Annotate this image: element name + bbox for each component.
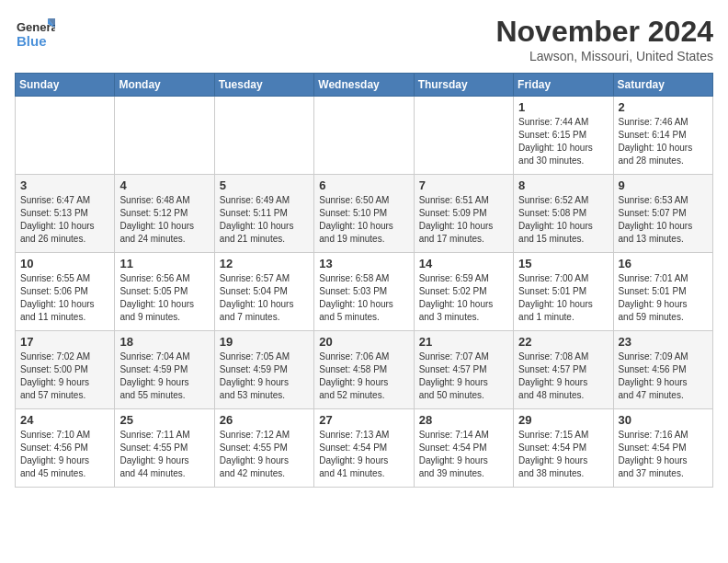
day-info: Sunrise: 6:51 AM Sunset: 5:09 PM Dayligh…: [419, 194, 508, 246]
day-number: 5: [220, 178, 309, 192]
calendar-cell: 25Sunrise: 7:11 AM Sunset: 4:55 PM Dayli…: [115, 409, 214, 488]
col-header-sunday: Sunday: [16, 74, 115, 97]
svg-text:Blue: Blue: [17, 33, 47, 49]
day-info: Sunrise: 7:09 AM Sunset: 4:56 PM Dayligh…: [619, 350, 708, 402]
calendar-cell: 19Sunrise: 7:05 AM Sunset: 4:59 PM Dayli…: [214, 331, 313, 409]
calendar-cell: [414, 97, 513, 175]
calendar-cell: 6Sunrise: 6:50 AM Sunset: 5:10 PM Daylig…: [314, 175, 414, 253]
calendar-week-1: 1Sunrise: 7:44 AM Sunset: 6:15 PM Daylig…: [16, 97, 713, 175]
day-info: Sunrise: 7:13 AM Sunset: 4:54 PM Dayligh…: [319, 429, 408, 480]
calendar-cell: 12Sunrise: 6:57 AM Sunset: 5:04 PM Dayli…: [214, 253, 313, 331]
calendar-cell: 9Sunrise: 6:53 AM Sunset: 5:07 PM Daylig…: [613, 175, 712, 253]
calendar-cell: 27Sunrise: 7:13 AM Sunset: 4:54 PM Dayli…: [314, 409, 414, 488]
col-header-thursday: Thursday: [414, 74, 513, 97]
day-number: 7: [419, 178, 508, 192]
logo-svg: General Blue: [15, 15, 55, 55]
day-number: 28: [419, 413, 508, 427]
day-number: 13: [319, 257, 408, 270]
day-number: 3: [20, 178, 109, 192]
calendar-header-row: SundayMondayTuesdayWednesdayThursdayFrid…: [16, 74, 713, 97]
calendar-cell: 28Sunrise: 7:14 AM Sunset: 4:54 PM Dayli…: [414, 409, 513, 488]
day-info: Sunrise: 7:12 AM Sunset: 4:55 PM Dayligh…: [220, 429, 309, 480]
day-number: 15: [518, 257, 608, 270]
calendar-cell: 2Sunrise: 7:46 AM Sunset: 6:14 PM Daylig…: [613, 97, 712, 175]
page-header: General Blue November 2024 Lawson, Misso…: [15, 15, 713, 63]
calendar-cell: 17Sunrise: 7:02 AM Sunset: 5:00 PM Dayli…: [16, 331, 115, 409]
calendar-cell: 11Sunrise: 6:56 AM Sunset: 5:05 PM Dayli…: [115, 253, 214, 331]
day-info: Sunrise: 6:49 AM Sunset: 5:11 PM Dayligh…: [220, 194, 309, 246]
col-header-saturday: Saturday: [613, 74, 712, 97]
day-number: 19: [220, 335, 309, 349]
day-info: Sunrise: 7:15 AM Sunset: 4:54 PM Dayligh…: [518, 429, 608, 480]
day-number: 26: [220, 413, 309, 427]
calendar-cell: 22Sunrise: 7:08 AM Sunset: 4:57 PM Dayli…: [514, 331, 613, 409]
calendar-cell: [16, 97, 115, 175]
day-info: Sunrise: 7:04 AM Sunset: 4:59 PM Dayligh…: [119, 350, 209, 402]
calendar-cell: 8Sunrise: 6:52 AM Sunset: 5:08 PM Daylig…: [514, 175, 613, 253]
day-number: 14: [419, 257, 508, 270]
day-number: 22: [518, 335, 608, 349]
day-info: Sunrise: 6:52 AM Sunset: 5:08 PM Dayligh…: [518, 194, 608, 246]
day-number: 1: [518, 100, 608, 114]
day-info: Sunrise: 7:11 AM Sunset: 4:55 PM Dayligh…: [119, 429, 209, 480]
day-info: Sunrise: 6:58 AM Sunset: 5:03 PM Dayligh…: [319, 272, 408, 324]
day-number: 12: [220, 257, 309, 270]
calendar-cell: 1Sunrise: 7:44 AM Sunset: 6:15 PM Daylig…: [514, 97, 613, 175]
calendar-week-5: 24Sunrise: 7:10 AM Sunset: 4:56 PM Dayli…: [16, 409, 713, 488]
day-number: 24: [20, 413, 109, 427]
day-number: 23: [619, 335, 708, 349]
day-info: Sunrise: 7:01 AM Sunset: 5:01 PM Dayligh…: [619, 272, 708, 324]
calendar-cell: 23Sunrise: 7:09 AM Sunset: 4:56 PM Dayli…: [613, 331, 712, 409]
calendar-week-2: 3Sunrise: 6:47 AM Sunset: 5:13 PM Daylig…: [16, 175, 713, 253]
day-info: Sunrise: 6:50 AM Sunset: 5:10 PM Dayligh…: [319, 194, 408, 246]
calendar-cell: 7Sunrise: 6:51 AM Sunset: 5:09 PM Daylig…: [414, 175, 513, 253]
calendar-cell: 18Sunrise: 7:04 AM Sunset: 4:59 PM Dayli…: [115, 331, 214, 409]
col-header-monday: Monday: [115, 74, 214, 97]
day-number: 11: [119, 257, 209, 270]
calendar-cell: 5Sunrise: 6:49 AM Sunset: 5:11 PM Daylig…: [214, 175, 313, 253]
calendar-cell: 21Sunrise: 7:07 AM Sunset: 4:57 PM Dayli…: [414, 331, 513, 409]
calendar-cell: [115, 97, 214, 175]
day-info: Sunrise: 6:55 AM Sunset: 5:06 PM Dayligh…: [20, 272, 109, 324]
day-info: Sunrise: 6:47 AM Sunset: 5:13 PM Dayligh…: [20, 194, 109, 246]
calendar-cell: 16Sunrise: 7:01 AM Sunset: 5:01 PM Dayli…: [613, 253, 712, 331]
day-info: Sunrise: 7:10 AM Sunset: 4:56 PM Dayligh…: [20, 429, 109, 480]
calendar-week-3: 10Sunrise: 6:55 AM Sunset: 5:06 PM Dayli…: [16, 253, 713, 331]
day-number: 21: [419, 335, 508, 349]
day-info: Sunrise: 7:05 AM Sunset: 4:59 PM Dayligh…: [220, 350, 309, 402]
month-title: November 2024: [495, 15, 713, 49]
calendar-cell: 15Sunrise: 7:00 AM Sunset: 5:01 PM Dayli…: [514, 253, 613, 331]
day-info: Sunrise: 6:59 AM Sunset: 5:02 PM Dayligh…: [419, 272, 508, 324]
day-info: Sunrise: 6:57 AM Sunset: 5:04 PM Dayligh…: [220, 272, 309, 324]
calendar-cell: 24Sunrise: 7:10 AM Sunset: 4:56 PM Dayli…: [16, 409, 115, 488]
title-block: November 2024 Lawson, Missouri, United S…: [495, 15, 713, 63]
calendar-cell: [314, 97, 414, 175]
day-number: 17: [20, 335, 109, 349]
day-number: 29: [518, 413, 608, 427]
calendar-week-4: 17Sunrise: 7:02 AM Sunset: 5:00 PM Dayli…: [16, 331, 713, 409]
day-number: 20: [319, 335, 408, 349]
day-number: 16: [619, 257, 708, 270]
day-number: 2: [619, 100, 708, 114]
day-info: Sunrise: 7:16 AM Sunset: 4:54 PM Dayligh…: [619, 429, 708, 480]
day-info: Sunrise: 7:46 AM Sunset: 6:14 PM Dayligh…: [619, 116, 708, 167]
day-number: 27: [319, 413, 408, 427]
day-info: Sunrise: 7:00 AM Sunset: 5:01 PM Dayligh…: [518, 272, 608, 324]
day-number: 9: [619, 178, 708, 192]
day-number: 25: [119, 413, 209, 427]
col-header-wednesday: Wednesday: [314, 74, 414, 97]
day-number: 10: [20, 257, 109, 270]
day-info: Sunrise: 6:48 AM Sunset: 5:12 PM Dayligh…: [119, 194, 209, 246]
calendar-cell: 10Sunrise: 6:55 AM Sunset: 5:06 PM Dayli…: [16, 253, 115, 331]
day-info: Sunrise: 7:08 AM Sunset: 4:57 PM Dayligh…: [518, 350, 608, 402]
location-subtitle: Lawson, Missouri, United States: [495, 49, 713, 63]
calendar-cell: 30Sunrise: 7:16 AM Sunset: 4:54 PM Dayli…: [613, 409, 712, 488]
calendar-cell: 14Sunrise: 6:59 AM Sunset: 5:02 PM Dayli…: [414, 253, 513, 331]
col-header-tuesday: Tuesday: [214, 74, 313, 97]
day-number: 30: [619, 413, 708, 427]
calendar-cell: 3Sunrise: 6:47 AM Sunset: 5:13 PM Daylig…: [16, 175, 115, 253]
day-info: Sunrise: 7:14 AM Sunset: 4:54 PM Dayligh…: [419, 429, 508, 480]
calendar-cell: 29Sunrise: 7:15 AM Sunset: 4:54 PM Dayli…: [514, 409, 613, 488]
day-number: 18: [119, 335, 209, 349]
day-info: Sunrise: 7:44 AM Sunset: 6:15 PM Dayligh…: [518, 116, 608, 167]
